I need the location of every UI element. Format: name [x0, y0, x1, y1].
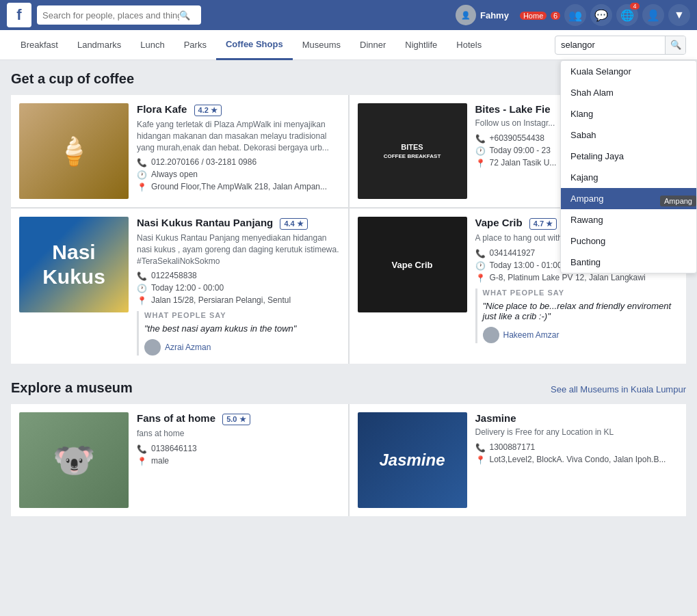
vape-hours: Today 13:00 - 01:00 [490, 260, 562, 270]
jasmine-address: Lot3,Level2, BlockA. Viva Condo, Jalan I… [490, 455, 666, 464]
dropdown-item-petaling-jaya[interactable]: Petaling Jaya [561, 146, 696, 167]
vape-what-say-label: WHAT PEOPLE SAY [483, 289, 679, 297]
jasmine-meta: 📞1300887171 📍Lot3,Level2, BlockA. Viva C… [475, 442, 679, 465]
nasi-desc: Nasi Kukus Rantau Panjang menyediakan hi… [137, 232, 340, 267]
museum-card-fans: 🐨 Fans of at home 5.0 ★ fans at home 📞01… [11, 404, 348, 516]
flora-meta: 📞012.2070166 / 03-2181 0986 🕐Always open… [137, 157, 340, 192]
header-right: 👤 Fahmy Home 6 👥 💬 🌐 4 👤 ▼ [456, 4, 690, 26]
flora-address: Ground Floor,The AmpWalk 218, Jalan Ampa… [151, 182, 327, 191]
dropdown-tooltip: Ampang [660, 196, 696, 206]
messages-icon-btn[interactable]: 💬 [590, 4, 612, 26]
header: f 🔍 👤 Fahmy Home 6 👥 💬 🌐 4 👤 ▼ [0, 0, 697, 30]
museum-cards-grid: 🐨 Fans of at home 5.0 ★ fans at home 📞01… [11, 404, 686, 516]
nav-item-breakfast[interactable]: Breakfast [11, 30, 68, 60]
vape-phone: 0341441927 [490, 248, 536, 258]
flora-desc: Kafe yang terletak di Plaza AmpWalk ini … [137, 119, 340, 153]
flora-name[interactable]: Flora Kafe 4.2 ★ [137, 103, 340, 116]
dropdown-item-shah-alam[interactable]: Shah Alam [561, 82, 696, 103]
jasmine-phone: 1300887171 [490, 442, 536, 452]
nav-item-lunch[interactable]: Lunch [131, 30, 174, 60]
avatar: 👤 [456, 5, 476, 25]
dropdown-item-klang[interactable]: Klang [561, 103, 696, 124]
nav-bar: Breakfast Landmarks Lunch Parks Coffee S… [0, 30, 697, 60]
username-label: Fahmy [480, 10, 509, 21]
fans-address: male [151, 456, 169, 466]
home-link[interactable]: Home 6 [518, 10, 560, 21]
nasi-what-say-label: WHAT PEOPLE SAY [144, 311, 340, 319]
coffee-section-title: Get a cup of coffee [11, 71, 134, 87]
menu-icon-btn[interactable]: ▼ [668, 4, 690, 26]
home-badge: 6 [551, 12, 560, 20]
fans-name[interactable]: Fans of at home 5.0 ★ [137, 412, 340, 425]
nasi-meta: 📞0122458838 🕐Today 12:00 - 00:00 📍Jalan … [137, 271, 340, 306]
bites-phone: +60390554438 [490, 133, 544, 143]
bites-address: 72 Jalan Tasik U... [490, 158, 557, 168]
fans-content: Fans of at home 5.0 ★ fans at home 📞0138… [137, 412, 340, 508]
flora-content: Flora Kafe 4.2 ★ Kafe yang terletak di P… [137, 103, 340, 199]
vape-reviewer: Hakeem Amzar [483, 327, 679, 343]
vape-rating: 4.7 ★ [529, 218, 557, 230]
fans-phone: 0138646113 [151, 444, 197, 453]
nav-item-hotels[interactable]: Hotels [447, 30, 491, 60]
flora-rating: 4.2 ★ [194, 105, 222, 116]
fans-image: 🐨 [19, 412, 129, 508]
nasi-rating: 4.4 ★ [280, 218, 307, 230]
jasmine-desc: Delivery is Free for any Location in KL [475, 427, 679, 438]
nav-item-landmarks[interactable]: Landmarks [68, 30, 131, 60]
location-dropdown: Kuala Selangor Shah Alam Klang Sabah Pet… [560, 60, 697, 273]
nasi-reviewer-avatar [144, 339, 161, 356]
nasi-phone: 0122458838 [151, 271, 197, 280]
nasi-image: NasiKukus [19, 217, 129, 312]
friends-icon-btn[interactable]: 👥 [564, 4, 586, 26]
notifications-badge: 4 [630, 3, 640, 10]
dropdown-item-sabah[interactable]: Sabah [561, 124, 696, 146]
nasi-reviewer: Azrai Azman [144, 339, 340, 356]
dropdown-item-puchong[interactable]: Puchong [561, 230, 696, 252]
jasmine-content: Jasmine Delivery is Free for any Locatio… [475, 412, 679, 508]
header-search-input[interactable] [42, 10, 179, 21]
nasi-reviewer-name[interactable]: Azrai Azman [165, 343, 211, 352]
fans-meta: 📞0138646113 📍male [137, 444, 340, 466]
coffee-card-flora: 🍦 Flora Kafe 4.2 ★ Kafe yang terletak di… [11, 95, 348, 207]
vape-reviewer-name[interactable]: Hakeem Amzar [503, 330, 560, 340]
notifications-icon-btn[interactable]: 🌐 4 [616, 4, 638, 26]
nasi-hours: Today 12:00 - 00:00 [151, 283, 224, 293]
nav-item-coffee[interactable]: Coffee Shops [216, 30, 293, 60]
fans-desc: fans at home [137, 428, 340, 440]
nasi-content: Nasi Kukus Rantau Panjang 4.4 ★ Nasi Kuk… [137, 217, 340, 356]
account-icon-btn[interactable]: 👤 [642, 4, 664, 26]
location-search-button[interactable]: 🔍 [665, 36, 685, 55]
dropdown-item-kuala-selangor[interactable]: Kuala Selangor [561, 61, 696, 82]
vape-address: G-8, Platinum Lake PV 12, Jalan Langkawi [490, 273, 646, 282]
jasmine-name[interactable]: Jasmine [475, 412, 679, 424]
dropdown-item-rawang[interactable]: Rawang [561, 209, 696, 230]
nav-item-museums[interactable]: Museums [293, 30, 350, 60]
bites-image: BITESCOFFEE BREAKFAST [358, 103, 467, 199]
bites-hours: Today 09:00 - 23 [490, 146, 551, 155]
nasi-name[interactable]: Nasi Kukus Rantau Panjang 4.4 ★ [137, 217, 340, 230]
dropdown-item-banting[interactable]: Banting [561, 252, 696, 273]
nav-item-parks[interactable]: Parks [174, 30, 216, 60]
nasi-address: Jalan 15/28, Persiaran Pelangi, Sentul [151, 295, 291, 305]
nav-item-nightlife[interactable]: Nightlife [395, 30, 447, 60]
dropdown-item-ampang[interactable]: Ampang Ampang [561, 188, 696, 209]
facebook-logo: f [7, 3, 31, 27]
fans-rating: 5.0 ★ [222, 414, 250, 425]
museum-section: Explore a museum See all Museums in Kual… [11, 380, 686, 516]
museum-section-header: Explore a museum See all Museums in Kual… [11, 380, 686, 396]
header-search-icon: 🔍 [179, 10, 190, 21]
location-search-input[interactable] [555, 40, 665, 50]
location-search[interactable]: 🔍 [555, 36, 686, 55]
flora-phone: 012.2070166 / 03-2181 0986 [151, 157, 257, 167]
vape-reviewer-avatar [483, 327, 499, 343]
flora-image: 🍦 [19, 103, 129, 199]
jasmine-image: Jasmine [358, 412, 467, 508]
dropdown-item-kajang[interactable]: Kajang [561, 167, 696, 188]
nav-item-dinner[interactable]: Dinner [350, 30, 395, 60]
flora-hours: Always open [151, 170, 198, 179]
museum-see-all[interactable]: See all Museums in Kuala Lumpur [551, 384, 686, 394]
header-search[interactable]: 🔍 [37, 5, 201, 25]
museum-card-jasmine: Jasmine Jasmine Delivery is Free for any… [350, 404, 687, 516]
coffee-card-nasi: NasiKukus Nasi Kukus Rantau Panjang 4.4 … [11, 209, 348, 364]
nasi-quote: "the best nasi ayam kukus in the town" [144, 323, 340, 334]
